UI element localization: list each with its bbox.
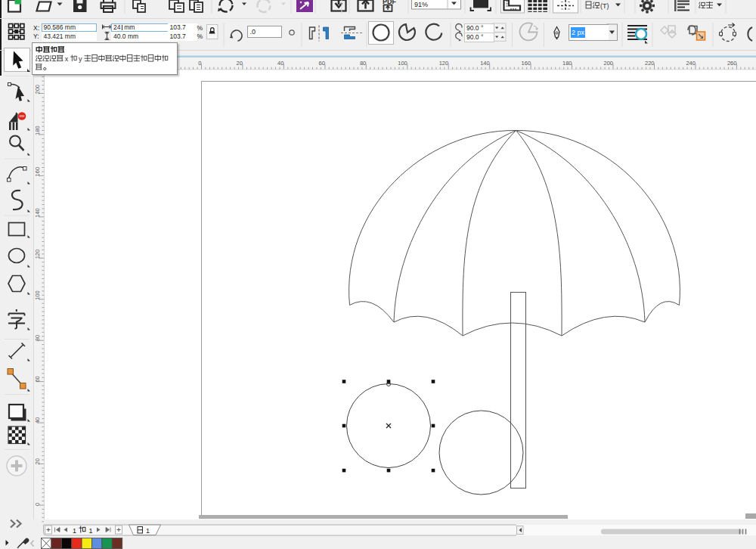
svg-text:y: y [79, 55, 82, 63]
svg-text:x: x [65, 55, 69, 63]
